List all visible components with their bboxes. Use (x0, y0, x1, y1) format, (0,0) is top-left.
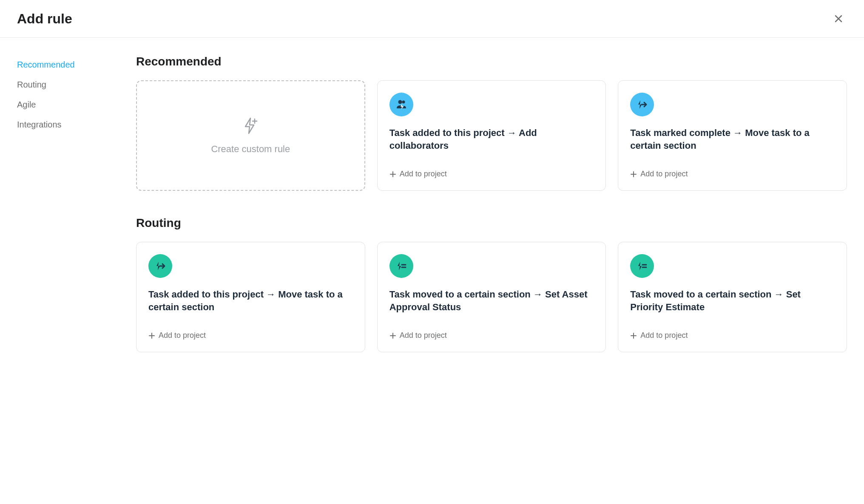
add-to-project-button[interactable]: Add to project (389, 331, 594, 340)
svg-point-4 (398, 100, 402, 104)
modal-header: Add rule (0, 0, 864, 38)
rule-card[interactable]: Task marked complete → Move task to a ce… (618, 80, 847, 191)
close-icon (833, 14, 844, 24)
plus-icon (148, 332, 155, 339)
modal-body: Recommended Routing Agile Integrations R… (0, 38, 864, 395)
sidebar-item-label: Integrations (17, 120, 62, 129)
rule-card-title: Task added to this project → Add collabo… (389, 127, 594, 161)
sidebar-item-label: Recommended (17, 60, 75, 69)
content-area: Recommended Create custom rule (136, 55, 847, 378)
section-routing: Routing Task added to this project → Mov… (136, 216, 847, 352)
page-title: Add rule (17, 11, 72, 27)
add-to-project-label: Add to project (400, 170, 447, 178)
sidebar-item-label: Agile (17, 100, 36, 109)
add-to-project-button[interactable]: Add to project (148, 331, 353, 340)
rule-card-title: Task moved to a certain section → Set As… (389, 288, 594, 323)
rule-card-title: Task added to this project → Move task t… (148, 288, 353, 323)
plus-icon (389, 332, 396, 339)
sidebar-item-routing[interactable]: Routing (17, 75, 119, 95)
section-recommended: Recommended Create custom rule (136, 55, 847, 191)
bolt-lines-icon (630, 254, 654, 278)
card-grid: Task added to this project → Move task t… (136, 242, 847, 352)
add-to-project-label: Add to project (159, 331, 206, 340)
card-grid: Create custom rule Task added to this pr… (136, 80, 847, 191)
add-to-project-button[interactable]: Add to project (389, 170, 594, 178)
section-title: Recommended (136, 55, 847, 68)
bolt-lines-icon (389, 254, 413, 278)
plus-icon (389, 171, 396, 178)
rule-card[interactable]: Task added to this project → Add collabo… (377, 80, 606, 191)
rule-card[interactable]: Task moved to a certain section → Set As… (377, 242, 606, 352)
add-to-project-button[interactable]: Add to project (630, 170, 835, 178)
sidebar-item-label: Routing (17, 80, 46, 89)
add-to-project-button[interactable]: Add to project (630, 331, 835, 340)
sidebar-item-integrations[interactable]: Integrations (17, 115, 119, 135)
add-to-project-label: Add to project (640, 331, 688, 340)
people-bolt-icon (389, 93, 413, 116)
custom-rule-label: Create custom rule (211, 144, 290, 155)
add-to-project-label: Add to project (400, 331, 447, 340)
rule-card-title: Task marked complete → Move task to a ce… (630, 127, 835, 161)
rule-card[interactable]: Task moved to a certain section → Set Pr… (618, 242, 847, 352)
sidebar-item-agile[interactable]: Agile (17, 95, 119, 115)
close-button[interactable] (830, 10, 847, 27)
rule-card[interactable]: Task added to this project → Move task t… (136, 242, 365, 352)
section-title: Routing (136, 216, 847, 230)
create-custom-rule-card[interactable]: Create custom rule (136, 80, 365, 191)
sidebar: Recommended Routing Agile Integrations (17, 55, 119, 378)
svg-point-5 (402, 101, 405, 104)
add-to-project-label: Add to project (640, 170, 688, 178)
sidebar-item-recommended[interactable]: Recommended (17, 55, 119, 75)
plus-icon (630, 332, 637, 339)
lightning-plus-icon (241, 116, 260, 137)
rule-card-title: Task moved to a certain section → Set Pr… (630, 288, 835, 323)
bolt-arrow-icon (630, 93, 654, 116)
plus-icon (630, 171, 637, 178)
bolt-arrow-icon (148, 254, 172, 278)
